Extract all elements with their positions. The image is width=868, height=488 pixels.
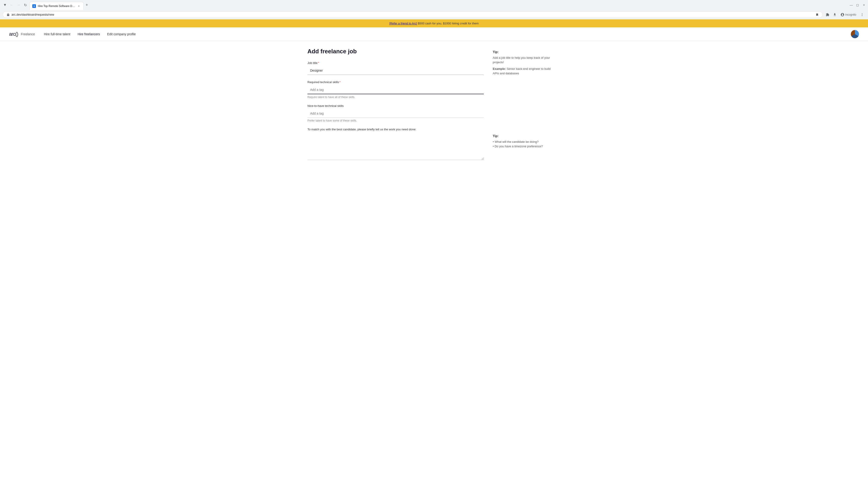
- tip1-text: Add a job title to help you keep track o…: [493, 56, 552, 64]
- tip-box-2: Tip: What will the candidate be doing? D…: [493, 134, 552, 149]
- nice-skills-hint: Prefer talent to have some of these skil…: [307, 119, 484, 122]
- window-controls: — ◻ ×: [849, 2, 866, 10]
- logo-area: arc() Freelance: [9, 31, 35, 37]
- tab-close-button[interactable]: ×: [77, 4, 81, 8]
- address-bar-row: arc.dev/dashboard/requests/new Incognito: [0, 10, 868, 19]
- tab-left-controls: ▼ ← → ↻: [2, 2, 29, 10]
- new-tab-button[interactable]: +: [84, 2, 90, 8]
- svg-point-0: [862, 13, 863, 14]
- window-close-button[interactable]: ×: [862, 3, 866, 7]
- required-skills-group: Required technical skills* Require talen…: [307, 80, 484, 99]
- svg-point-1: [862, 14, 863, 15]
- window-minimize-button[interactable]: —: [849, 3, 854, 7]
- tip1-example-label: Example:: [493, 67, 506, 70]
- page-title: Add freelance job: [307, 48, 484, 55]
- tab-bar: ▼ ← → ↻ a Hire Top Remote Software Dev… …: [0, 0, 868, 10]
- nav-forward-button[interactable]: →: [16, 2, 22, 8]
- job-title-input[interactable]: [307, 66, 484, 75]
- browser-chrome: ▼ ← → ↻ a Hire Top Remote Software Dev… …: [0, 0, 868, 20]
- tip2-bullets: What will the candidate be doing? Do you…: [493, 140, 552, 149]
- nav-back-button[interactable]: ←: [8, 2, 15, 8]
- incognito-label: Incognito: [845, 13, 856, 16]
- nice-skills-input[interactable]: [307, 109, 484, 118]
- tab-favicon: a: [32, 4, 36, 8]
- nice-skills-label: Nice-to-have technical skills: [307, 104, 484, 107]
- main-content: Add freelance job Job title* Required te…: [298, 41, 569, 173]
- tab-title: Hire Top Remote Software Dev…: [38, 4, 75, 8]
- promo-banner: [Refer a friend to Arc] $500 cash for yo…: [0, 20, 868, 27]
- nav-link-freelancers[interactable]: Hire freelancers: [78, 32, 100, 36]
- job-title-required: *: [318, 61, 319, 65]
- site-nav: arc() Freelance Hire full-time talent Hi…: [0, 27, 868, 41]
- required-skills-input[interactable]: [307, 86, 484, 94]
- active-tab[interactable]: a Hire Top Remote Software Dev… ×: [29, 2, 84, 10]
- tip2-bullet-2: Do you have a timezone preference?: [493, 144, 552, 149]
- tip2-title: Tip:: [493, 134, 552, 138]
- downloads-button[interactable]: [832, 11, 838, 18]
- promo-text: $500 cash for you, $1000 hiring credit f…: [417, 22, 478, 25]
- work-description-group: To match you with the best candidate, pl…: [307, 128, 484, 161]
- url-text[interactable]: arc.dev/dashboard/requests/new: [11, 13, 814, 16]
- lock-icon: [6, 13, 10, 16]
- promo-link[interactable]: [Refer a friend to Arc]: [389, 22, 417, 25]
- nav-link-full-time[interactable]: Hire full-time talent: [44, 32, 70, 36]
- tip1-title: Tip:: [493, 50, 552, 54]
- work-description-label: To match you with the best candidate, pl…: [307, 128, 484, 131]
- nice-skills-group: Nice-to-have technical skills Prefer tal…: [307, 104, 484, 122]
- nav-reload-button[interactable]: ↻: [22, 2, 29, 8]
- nav-links: Hire full-time talent Hire freelancers E…: [44, 32, 851, 36]
- required-skills-required: *: [339, 80, 340, 84]
- address-bar[interactable]: arc.dev/dashboard/requests/new: [3, 11, 823, 18]
- tab-list-button[interactable]: ▼: [2, 2, 8, 8]
- tip-sidebar: Tip: Add a job title to help you keep tr…: [493, 48, 552, 166]
- job-title-label: Job title*: [307, 61, 484, 65]
- extensions-button[interactable]: [825, 11, 831, 18]
- tip2-bullet-1: What will the candidate be doing?: [493, 140, 552, 144]
- incognito-badge[interactable]: Incognito: [839, 12, 858, 18]
- window-maximize-button[interactable]: ◻: [855, 3, 860, 7]
- logo-freelance: Freelance: [21, 32, 35, 36]
- job-title-group: Job title*: [307, 61, 484, 75]
- user-avatar[interactable]: [851, 30, 859, 38]
- nav-link-company-profile[interactable]: Edit company profile: [107, 32, 136, 36]
- work-description-textarea[interactable]: [307, 133, 484, 160]
- tip1-example: Example: Senior back-end engineer to bui…: [493, 67, 552, 75]
- logo-arc[interactable]: arc(): [9, 31, 18, 37]
- form-section: Add freelance job Job title* Required te…: [307, 48, 484, 166]
- browser-actions: Incognito: [825, 11, 865, 18]
- more-button[interactable]: [859, 11, 865, 18]
- required-skills-label: Required technical skills*: [307, 80, 484, 84]
- tip-box-1: Tip: Add a job title to help you keep tr…: [493, 50, 552, 75]
- required-skills-hint: Require talent to have all of these skil…: [307, 96, 484, 99]
- svg-point-2: [862, 15, 863, 16]
- bookmark-icon[interactable]: [815, 13, 819, 16]
